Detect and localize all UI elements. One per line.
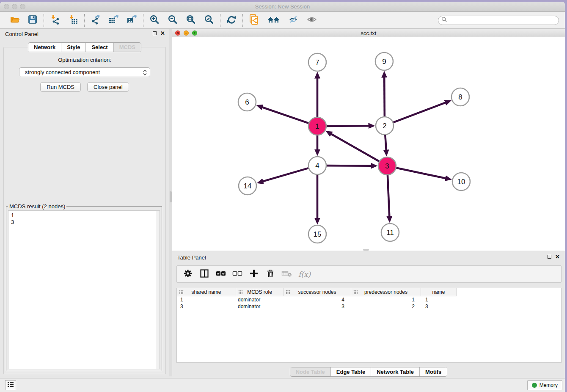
tab-node-table[interactable]: Node Table [290,367,330,376]
table-browser-tabs: Node TableEdge TableNetwork TableMotifs [290,367,448,377]
edge-1-to-6[interactable] [262,107,308,123]
column-header-successor-nodes[interactable]: successor nodes [284,288,351,296]
zoom-in-button[interactable] [149,15,160,26]
export-table-button[interactable] [108,15,119,26]
refresh-button[interactable] [226,15,237,26]
node-label: 2 [383,122,386,130]
tab-motifs[interactable]: Motifs [419,367,447,376]
trash-icon [266,269,275,280]
table-cell[interactable]: 1 [351,297,421,303]
export-network-button[interactable] [90,15,101,26]
graph-node-10[interactable]: 10 [452,173,470,190]
hide-details-button[interactable] [288,15,299,26]
graph-node-8[interactable]: 8 [451,88,469,106]
close-table-panel-icon[interactable]: ✕ [555,254,560,259]
table-body: 1dominator4113dominator323 [177,296,561,310]
tab-mcds[interactable]: MCDS [113,43,141,52]
graph-node-1[interactable]: 1 [308,117,326,135]
mcds-result-text[interactable]: 13 [8,210,160,369]
edge-4-to-3[interactable] [327,166,372,166]
table-settings-button[interactable] [183,269,193,279]
graph-node-6[interactable]: 6 [238,93,256,111]
node-label: 1 [315,122,319,130]
edge-2-to-3[interactable] [385,135,386,150]
tab-style[interactable]: Style [61,43,85,52]
graph-node-15[interactable]: 15 [308,225,326,243]
export-image-button[interactable] [127,15,138,26]
home-button[interactable] [267,15,281,26]
table-cell[interactable]: 3 [177,304,236,309]
divider-grip[interactable] [170,191,172,202]
add-row-button[interactable] [249,269,259,279]
edge-4-to-14[interactable] [263,168,308,182]
tab-network-table[interactable]: Network Table [371,367,419,376]
table-cell[interactable]: dominator [236,304,284,309]
zoom-fit-button[interactable] [185,15,196,26]
column-header-predecessor-nodes[interactable]: predecessor nodes [351,288,421,296]
criterion-select[interactable]: strongly connected component [19,67,150,77]
column-header-MCDS-role[interactable]: MCDS role [236,288,284,296]
delete-column-icon [281,269,292,280]
copy-network-button[interactable] [248,15,259,26]
import-table-button[interactable] [68,15,79,26]
table-cell[interactable]: 3 [421,304,457,309]
table-row[interactable]: 3dominator323 [177,303,561,310]
close-panel-button[interactable]: Close panel [87,82,129,92]
table-cell[interactable]: 1 [177,297,236,303]
show-details-button[interactable] [306,15,317,26]
graph-node-9[interactable]: 9 [375,52,393,70]
tab-network[interactable]: Network [28,43,61,52]
delete-column-button[interactable] [282,269,292,279]
run-mcds-button[interactable]: Run MCDS [40,82,81,92]
search-input[interactable] [447,17,559,23]
show-columns-button[interactable] [199,269,209,279]
zoom-out-button[interactable] [167,15,178,26]
edge-1-to-2[interactable] [327,126,369,126]
network-graph[interactable]: 7968124314101511 [172,37,565,251]
homes-icon [267,14,281,26]
graph-node-14[interactable]: 14 [239,177,256,195]
edge-2-to-8[interactable] [394,102,446,122]
graph-node-11[interactable]: 11 [381,224,399,241]
table-cell[interactable]: 1 [421,297,457,303]
edge-3-to-1[interactable] [331,134,379,161]
function-builder-button[interactable]: f(x) [298,269,311,279]
control-panel-title: Control Panel [5,31,39,37]
open-session-button[interactable] [9,15,20,26]
graph-node-3[interactable]: 3 [378,157,396,175]
result-scrollbar[interactable] [156,211,160,369]
graph-node-7[interactable]: 7 [308,53,326,71]
export-table-icon [108,14,119,26]
zoom-selected-button[interactable] [204,15,215,26]
main-toolbar [0,12,565,29]
deselect-all-button[interactable] [232,269,242,279]
tab-edge-table[interactable]: Edge Table [330,367,371,376]
edge-3-to-11[interactable] [388,175,389,217]
edge-2-to-9[interactable] [384,77,385,116]
show-panels-button[interactable] [5,380,16,390]
table-cell[interactable]: 2 [351,304,421,309]
delete-row-button[interactable] [265,269,275,279]
select-all-button[interactable] [216,269,226,279]
float-panel-icon[interactable] [153,31,157,35]
memory-button[interactable]: Memory [527,380,562,390]
table-cell[interactable]: 3 [284,304,351,309]
float-table-panel-icon[interactable] [548,255,551,259]
node-label: 15 [314,230,322,238]
column-header-shared-name[interactable]: shared name [177,288,236,296]
column-header-name[interactable]: name [421,288,457,296]
search-box[interactable] [438,16,559,25]
graph-node-4[interactable]: 4 [308,157,326,174]
network-hscroll-grip[interactable] [363,249,369,251]
tab-select[interactable]: Select [85,43,113,52]
edge-3-to-10[interactable] [396,168,446,179]
close-panel-icon[interactable]: ✕ [160,31,165,36]
save-session-button[interactable] [27,15,38,26]
table-cell[interactable]: 4 [284,297,351,303]
export-network-icon [91,14,101,26]
import-network-icon [50,14,60,26]
table-cell[interactable]: dominator [236,297,284,303]
table-row[interactable]: 1dominator411 [177,296,561,303]
graph-node-2[interactable]: 2 [376,117,394,135]
import-network-button[interactable] [50,15,61,26]
